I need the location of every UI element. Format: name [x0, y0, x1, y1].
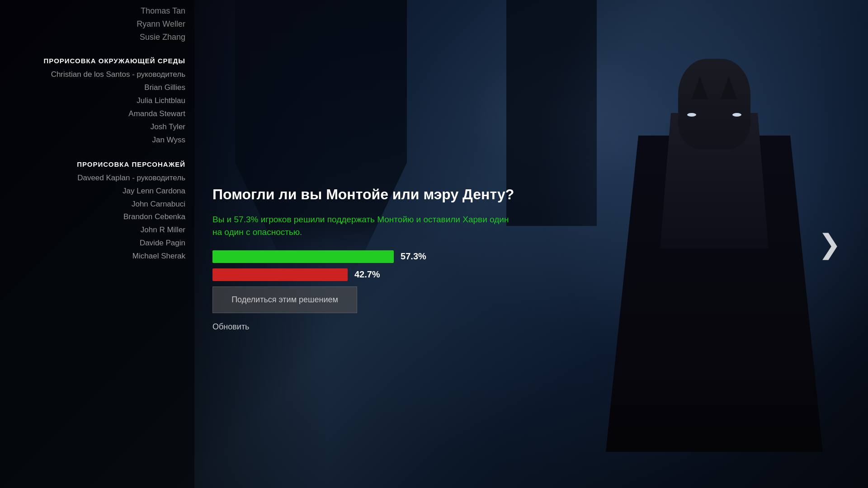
credit-name-christian: Christian de los Santos - руководитель	[9, 68, 185, 81]
credit-name-amanda: Amanda Stewart	[9, 108, 185, 121]
stat-bar-row-red: 42.7%	[212, 268, 529, 281]
batman-head	[678, 59, 750, 149]
credit-name-john-m: John R Miller	[9, 224, 185, 237]
credit-name-jay: Jay Lenn Cardona	[9, 185, 185, 198]
batman-ear-right	[721, 77, 737, 99]
credit-name-josh-tyler: Josh Tyler	[9, 121, 185, 134]
credit-name-ryann-weller: Ryann Weller	[9, 18, 185, 31]
batman-eye-right	[732, 113, 741, 117]
credit-name-julia: Julia Lichtblau	[9, 94, 185, 108]
poll-question: Помогли ли вы Монтойе или мэру Денту?	[212, 185, 529, 204]
batman-ear-left	[692, 77, 708, 99]
credit-name-susie-zhang: Susie Zhang	[9, 31, 185, 44]
update-button[interactable]: Обновить	[212, 320, 250, 334]
credit-name-jan-wyss: Jan Wyss	[9, 134, 185, 147]
credit-name-daveed: Daveed Kaplan - руководитель	[9, 172, 185, 185]
credit-name-brian-gillies: Brian Gillies	[9, 81, 185, 94]
credit-name-davide: Davide Pagin	[9, 237, 185, 250]
stat-bar-row-green: 57.3%	[212, 250, 529, 263]
poll-description: Вы и 57.3% игроков решили поддержать Мон…	[212, 213, 520, 239]
batman-eyes	[687, 113, 741, 117]
green-bar-label: 57.3%	[401, 251, 426, 262]
batman-eye-left	[687, 113, 696, 117]
credits-panel: Thomas TanRyann WellerSusie Zhang ПРОРИС…	[0, 0, 194, 488]
top-names: Thomas TanRyann WellerSusie Zhang	[9, 5, 185, 43]
credit-name-thomas-tan: Thomas Tan	[9, 5, 185, 18]
green-bar	[212, 250, 394, 263]
poll-panel: Помогли ли вы Монтойе или мэру Денту? Вы…	[194, 172, 547, 347]
section2-credits: ПРОРИСОВКА ПЕРСОНАЖЕЙDaveed Kaplan - рук…	[9, 147, 185, 263]
credit-name-michael: Michael Sherak	[9, 250, 185, 263]
credit-name-brandon: Brandon Cebenka	[9, 211, 185, 224]
section1-credits: ПРОРИСОВКА ОКРУЖАЮЩЕЙ СРЕДЫChristian de …	[9, 43, 185, 146]
stat-bars: 57.3% 42.7%	[212, 250, 529, 281]
red-bar	[212, 268, 348, 281]
credit-name-john-c: John Carnabuci	[9, 198, 185, 211]
red-bar-label: 42.7%	[354, 269, 380, 280]
section1-title: ПРОРИСОВКА ОКРУЖАЮЩЕЙ СРЕДЫ	[9, 57, 185, 65]
share-button[interactable]: Поделиться этим решением	[212, 286, 357, 313]
batman-figure	[597, 23, 832, 452]
section2-title: ПРОРИСОВКА ПЕРСОНАЖЕЙ	[9, 160, 185, 168]
next-arrow[interactable]: ❯	[818, 228, 841, 260]
